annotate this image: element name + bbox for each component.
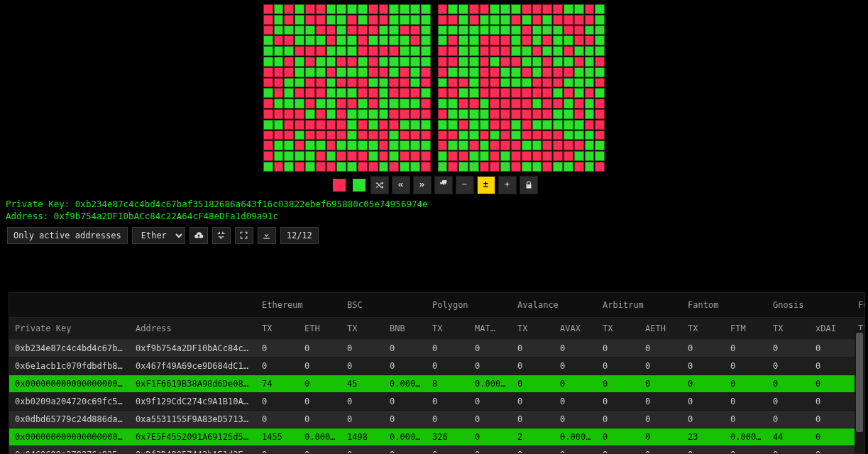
bit-cell[interactable] xyxy=(490,99,500,109)
bit-cell[interactable] xyxy=(522,140,532,150)
bit-cell[interactable] xyxy=(500,88,510,98)
bit-cell[interactable] xyxy=(574,99,584,109)
bit-cell[interactable] xyxy=(553,57,563,67)
bit-cell[interactable] xyxy=(585,57,595,67)
bit-cell[interactable] xyxy=(542,4,552,14)
column-header[interactable]: AVAX xyxy=(554,318,597,340)
bit-cell[interactable] xyxy=(368,78,378,88)
bit-cell[interactable] xyxy=(480,15,490,25)
bit-cell[interactable] xyxy=(542,120,552,130)
bit-cell[interactable] xyxy=(368,120,378,130)
bit-cell[interactable] xyxy=(316,26,326,35)
bit-cell[interactable] xyxy=(421,78,431,88)
bit-cell[interactable] xyxy=(522,131,532,140)
bit-cell[interactable] xyxy=(585,120,595,130)
bit-cell[interactable] xyxy=(574,35,584,45)
column-header[interactable]: Address xyxy=(130,318,256,340)
lock-button[interactable] xyxy=(520,176,538,194)
bit-cell[interactable] xyxy=(368,99,378,109)
bit-cell[interactable] xyxy=(400,57,410,67)
bit-cell[interactable] xyxy=(564,162,573,172)
bit-cell[interactable] xyxy=(295,35,304,45)
bit-cell[interactable] xyxy=(564,131,573,140)
bit-cell[interactable] xyxy=(532,4,542,14)
bit-cell[interactable] xyxy=(532,120,542,130)
bit-cell[interactable] xyxy=(553,88,563,98)
bit-cell[interactable] xyxy=(500,46,510,56)
bit-cell[interactable] xyxy=(574,120,584,130)
bit-cell[interactable] xyxy=(284,15,294,25)
bit-cell[interactable] xyxy=(469,140,479,150)
bit-cell[interactable] xyxy=(336,35,346,45)
bit-cell[interactable] xyxy=(305,151,315,161)
bit-cell[interactable] xyxy=(263,162,273,172)
bit-cell[interactable] xyxy=(336,78,346,88)
bit-cell[interactable] xyxy=(438,109,448,119)
first-button[interactable]: « xyxy=(392,176,410,194)
bit-cell[interactable] xyxy=(274,109,284,119)
bit-cell[interactable] xyxy=(490,26,500,35)
bit-cell[interactable] xyxy=(389,162,399,172)
bit-cell[interactable] xyxy=(305,35,315,45)
bit-cell[interactable] xyxy=(585,35,595,45)
bit-cell[interactable] xyxy=(574,4,584,14)
bit-cell[interactable] xyxy=(410,4,420,14)
bit-cell[interactable] xyxy=(421,15,431,25)
bit-cell[interactable] xyxy=(438,57,448,67)
bit-cell[interactable] xyxy=(585,46,595,56)
bit-cell[interactable] xyxy=(522,46,532,56)
bit-cell[interactable] xyxy=(448,140,458,150)
bit-cell[interactable] xyxy=(469,46,479,56)
bit-cell[interactable] xyxy=(400,109,410,119)
bit-cell[interactable] xyxy=(490,46,500,56)
bit-cell[interactable] xyxy=(553,15,563,25)
bit-cell[interactable] xyxy=(564,15,573,25)
bit-cell[interactable] xyxy=(458,15,468,25)
bit-cell[interactable] xyxy=(421,109,431,119)
bit-cell[interactable] xyxy=(469,109,479,119)
bit-cell[interactable] xyxy=(585,88,595,98)
bit-cell[interactable] xyxy=(389,26,399,35)
bit-cell[interactable] xyxy=(263,131,273,140)
bit-cell[interactable] xyxy=(410,35,420,45)
bit-cell[interactable] xyxy=(553,99,563,109)
bit-cell[interactable] xyxy=(368,131,378,140)
bit-cell[interactable] xyxy=(595,35,605,45)
bit-cell[interactable] xyxy=(263,109,273,119)
bit-cell[interactable] xyxy=(564,46,573,56)
bit-grid-right[interactable] xyxy=(438,4,605,172)
bit-cell[interactable] xyxy=(448,88,458,98)
plus-button[interactable]: + xyxy=(498,176,517,194)
bit-cell[interactable] xyxy=(490,109,500,119)
bit-cell[interactable] xyxy=(305,140,315,150)
bit-cell[interactable] xyxy=(480,162,490,172)
bit-cell[interactable] xyxy=(358,35,368,45)
bit-cell[interactable] xyxy=(400,120,410,130)
bit-cell[interactable] xyxy=(585,109,595,119)
bit-cell[interactable] xyxy=(458,57,468,67)
bit-cell[interactable] xyxy=(295,57,304,67)
download-button[interactable] xyxy=(258,227,276,244)
bit-cell[interactable] xyxy=(326,88,336,98)
bit-cell[interactable] xyxy=(368,57,378,67)
bit-cell[interactable] xyxy=(336,15,346,25)
bit-cell[interactable] xyxy=(522,99,532,109)
bit-cell[interactable] xyxy=(400,26,410,35)
bit-cell[interactable] xyxy=(448,78,458,88)
bit-cell[interactable] xyxy=(263,78,273,88)
bit-cell[interactable] xyxy=(490,67,500,77)
bit-cell[interactable] xyxy=(553,140,563,150)
bit-cell[interactable] xyxy=(448,35,458,45)
bit-cell[interactable] xyxy=(274,151,284,161)
bit-cell[interactable] xyxy=(564,151,573,161)
bit-cell[interactable] xyxy=(511,78,521,88)
bit-cell[interactable] xyxy=(448,151,458,161)
bit-cell[interactable] xyxy=(389,131,399,140)
bit-cell[interactable] xyxy=(553,109,563,119)
bit-cell[interactable] xyxy=(574,46,584,56)
column-header[interactable]: TX xyxy=(512,318,554,340)
bit-cell[interactable] xyxy=(284,67,294,77)
bit-cell[interactable] xyxy=(358,15,368,25)
bit-cell[interactable] xyxy=(500,109,510,119)
last-button[interactable]: » xyxy=(413,176,432,194)
